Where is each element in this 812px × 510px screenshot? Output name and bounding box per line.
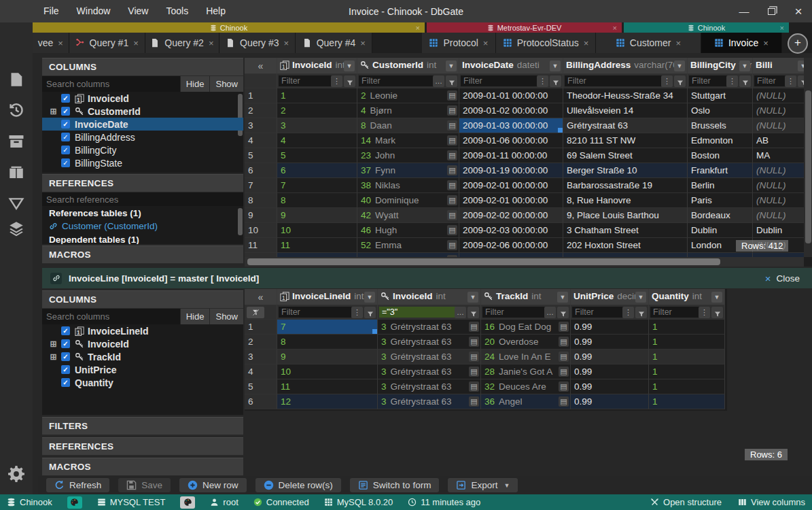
open-reference-button[interactable]: ▤ (447, 225, 457, 235)
open-reference-button[interactable]: ▤ (559, 367, 569, 377)
row-number-cell[interactable]: 6 (245, 163, 277, 178)
column-item-billingcity[interactable]: ✓BillingCity (42, 143, 243, 156)
open-reference-button[interactable]: ▤ (559, 352, 569, 362)
row-number-cell[interactable]: 8 (245, 193, 277, 208)
data-cell[interactable]: 2009-02-06 00:00:00 (459, 238, 563, 253)
data-cell[interactable]: 3Grétrystraat 63▤ (378, 364, 481, 379)
row-number-cell[interactable]: 7 (245, 178, 277, 193)
data-cell[interactable]: 46Hugh▤ (357, 223, 459, 238)
status-view-columns[interactable]: View columns (738, 497, 805, 507)
close-tab-icon[interactable]: × (209, 38, 214, 48)
data-cell[interactable]: 3Grétrystraat 63▤ (378, 379, 481, 394)
data-cell[interactable]: 202 Hoxton Street (563, 238, 688, 253)
open-reference-button[interactable]: ▤ (447, 105, 457, 116)
new-tab-button[interactable]: + (788, 33, 808, 54)
filter-menu-button[interactable]: … (544, 307, 556, 318)
filter-funnel-button[interactable] (467, 307, 479, 318)
column-menu-chevron[interactable]: ▼ (635, 292, 646, 303)
filter-input[interactable] (279, 307, 355, 318)
data-cell[interactable]: Berlin (688, 178, 753, 193)
data-cell[interactable]: MA (753, 148, 811, 163)
data-cell[interactable]: 8, Rue Hanovre (563, 193, 688, 208)
data-cell[interactable]: 2009-02-02 00:00:00 (459, 208, 563, 223)
checkbox[interactable]: ✓ (61, 365, 70, 374)
data-cell[interactable]: 2Leonie▤ (357, 88, 459, 103)
column-header-unitprice[interactable]: UnitPricedecim▼ (571, 289, 649, 305)
theme-palette-button[interactable] (180, 496, 195, 509)
rail-archive-button[interactable] (8, 133, 24, 150)
data-cell[interactable]: 8Daan▤ (357, 118, 459, 133)
data-cell[interactable]: 0.99 (571, 350, 649, 364)
tab-query-2[interactable]: Query #2× (145, 33, 219, 53)
data-cell[interactable]: 3 Chatham Street (563, 223, 688, 238)
data-cell[interactable]: Edmonton (688, 133, 753, 148)
open-reference-button[interactable]: ▤ (447, 240, 457, 250)
data-cell[interactable]: 1 (649, 394, 725, 409)
data-cell[interactable]: (NULL) (753, 193, 811, 208)
data-cell[interactable]: 9 (277, 350, 378, 364)
row-number-cell[interactable]: 3 (245, 118, 277, 133)
column-header-invoicedate[interactable]: InvoiceDatedateti▼ (459, 58, 563, 74)
close-tab-icon[interactable]: × (763, 38, 769, 48)
data-cell[interactable]: 2009-01-03 00:00:00 (459, 118, 563, 133)
data-cell[interactable]: 3Grétrystraat 63▤ (378, 394, 481, 409)
close-tab-icon[interactable]: × (360, 38, 366, 48)
open-reference-button[interactable]: ▤ (469, 367, 479, 377)
close-tab-icon[interactable]: × (58, 38, 63, 48)
data-cell[interactable]: 37Fynn▤ (357, 163, 459, 178)
menu-view[interactable]: View (119, 0, 157, 22)
filter-menu-button[interactable]: ⋮ (785, 75, 796, 87)
close-detail-button[interactable]: × Close (765, 273, 800, 284)
column-header-quantity[interactable]: Quantityint▼ (649, 289, 725, 305)
filter-menu-button[interactable]: ⋮ (351, 307, 363, 318)
open-reference-button[interactable]: ▤ (469, 337, 479, 347)
data-cell[interactable]: 3 (277, 118, 357, 133)
close-tab-icon[interactable]: × (133, 38, 139, 48)
open-reference-button[interactable]: ▤ (469, 396, 479, 407)
checkbox[interactable]: ✓ (61, 133, 70, 141)
data-cell[interactable]: 1 (649, 350, 725, 364)
filter-input[interactable] (650, 307, 703, 318)
filter-input[interactable] (482, 307, 548, 318)
clear-filters-button[interactable] (247, 307, 264, 318)
column-header-customerid[interactable]: CustomerIdint▼ (357, 58, 459, 74)
close-tab-icon[interactable]: × (675, 38, 681, 48)
data-cell[interactable]: 38Niklas▤ (357, 178, 459, 193)
close-tab-icon[interactable]: × (483, 38, 489, 48)
column-menu-chevron[interactable]: ▼ (739, 61, 750, 71)
data-cell[interactable]: 3Grétrystraat 63▤ (378, 350, 481, 364)
tab-vee[interactable]: vee× (33, 33, 69, 53)
filter-input[interactable] (359, 75, 437, 86)
filter-menu-button[interactable]: ⋮ (537, 75, 548, 87)
rail-layers-button[interactable] (8, 220, 24, 237)
data-cell[interactable]: 7 (277, 320, 378, 335)
tab-query-1[interactable]: Query #1× (69, 33, 145, 53)
filter-funnel-button[interactable] (635, 307, 647, 318)
data-cell[interactable]: 23John▤ (357, 148, 459, 163)
filter-input[interactable] (379, 307, 459, 318)
column-header-invoiceid[interactable]: InvoiceIdint▼ (378, 289, 481, 305)
data-cell[interactable]: 2009-02-01 00:00:00 (459, 178, 563, 193)
collapse-columns-cell[interactable]: « (245, 289, 277, 305)
maximize-button[interactable] (758, 0, 785, 22)
data-cell[interactable]: 8210 111 ST NW (563, 133, 688, 148)
data-cell[interactable]: 3Grétrystraat 63▤ (378, 320, 481, 335)
data-cell[interactable]: Bordeaux (688, 208, 753, 223)
filters-section-header[interactable]: FILTERS (42, 417, 243, 435)
data-cell[interactable]: 0.99 (571, 335, 649, 350)
open-reference-button[interactable]: ▤ (469, 322, 479, 332)
tab-invoice[interactable]: Invoice× (701, 33, 782, 53)
expand-icon[interactable]: ⊞ (49, 107, 58, 116)
checkbox[interactable]: ✓ (61, 326, 70, 335)
filter-funnel-button[interactable] (674, 75, 686, 87)
selection-handle[interactable] (372, 329, 377, 334)
tab-protocolstatus[interactable]: ProtocolStatus× (496, 33, 596, 53)
close-tab-icon[interactable]: × (284, 38, 289, 48)
row-number-cell[interactable]: 1 (245, 88, 277, 103)
filter-menu-button[interactable]: ⋮ (622, 307, 634, 318)
open-reference-button[interactable]: ▤ (559, 381, 569, 392)
data-cell[interactable]: 8 (277, 193, 357, 208)
menu-help[interactable]: Help (197, 0, 234, 22)
row-number-cell[interactable]: 5 (245, 148, 277, 163)
rail-history-button[interactable] (8, 102, 24, 118)
